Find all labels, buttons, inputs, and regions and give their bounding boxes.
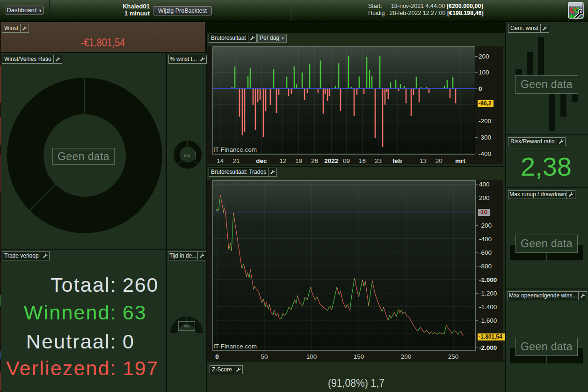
svg-text:IT-Finance.com: IT-Finance.com — [213, 146, 257, 153]
svg-text:IT-Finance.com: IT-Finance.com — [213, 343, 257, 350]
